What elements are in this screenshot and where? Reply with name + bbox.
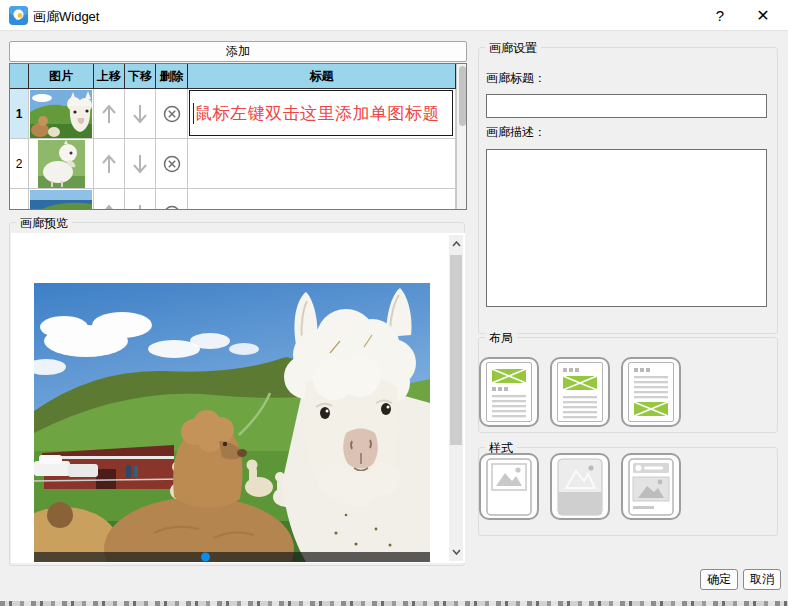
style-option-filled[interactable] <box>550 453 610 520</box>
arrow-up-icon <box>94 189 124 210</box>
layout-image-middle-icon <box>560 365 600 419</box>
row-index-cell[interactable]: 2 <box>10 139 29 189</box>
gallery-widget-dialog: 画廊Widget ? ✕ 添加 图片 上移 下移 删除 标题 1 <box>0 0 788 606</box>
style-card-icon <box>486 458 532 516</box>
settings-groupbox: 画廊设置 画廊标题： 画廊描述： <box>478 47 778 334</box>
column-header-move-down: 下移 <box>125 64 156 89</box>
app-icon <box>9 6 28 25</box>
preview-scrollbar-thumb[interactable] <box>450 255 462 445</box>
column-header-move-up: 上移 <box>94 64 125 89</box>
arrow-up-icon <box>94 139 124 188</box>
column-header-image: 图片 <box>29 64 94 89</box>
move-down-button[interactable] <box>125 139 156 189</box>
arrow-up-icon <box>94 89 124 138</box>
arrow-down-icon <box>125 189 155 210</box>
title-cell[interactable]: 鼠标左键双击这里添加单图标题 <box>188 89 456 139</box>
row-thumbnail[interactable] <box>30 190 92 210</box>
delete-button[interactable] <box>156 189 188 210</box>
delete-button[interactable] <box>156 89 188 139</box>
row-thumbnail[interactable] <box>30 90 92 138</box>
row-image-cell[interactable] <box>29 139 94 189</box>
table-scrollbar-thumb[interactable] <box>459 66 466 126</box>
table-scrollbar[interactable] <box>456 64 467 209</box>
gallery-title-input[interactable] <box>486 94 767 118</box>
arrow-down-icon <box>125 89 155 138</box>
pagination-bar <box>34 552 430 562</box>
cancel-button[interactable]: 取消 <box>743 569 781 590</box>
style-option-post[interactable] <box>621 453 681 520</box>
gallery-table: 图片 上移 下移 删除 标题 1 <box>9 63 467 210</box>
delete-icon <box>156 189 187 210</box>
preview-groupbox: 画廊预览 <box>9 222 465 566</box>
preview-photo <box>34 283 430 562</box>
settings-group-label: 画廊设置 <box>485 40 541 57</box>
white-alpaca <box>282 288 430 562</box>
move-up-button[interactable] <box>94 189 125 210</box>
scroll-down-button[interactable] <box>451 547 461 557</box>
title-cell[interactable] <box>188 139 456 189</box>
row-index-cell[interactable]: 1 <box>10 89 29 139</box>
move-down-button[interactable] <box>125 189 156 210</box>
bottom-edge-artifact <box>0 601 788 606</box>
delete-icon <box>156 139 187 188</box>
layout-image-bottom-icon <box>631 365 671 419</box>
style-post-icon <box>628 458 674 516</box>
row-image-cell[interactable] <box>29 89 94 139</box>
layout-group-label: 布局 <box>485 330 517 347</box>
close-button[interactable]: ✕ <box>748 5 778 27</box>
title-editor[interactable]: 鼠标左键双击这里添加单图标题 <box>189 90 453 136</box>
move-up-button[interactable] <box>94 139 125 189</box>
row-index-cell[interactable]: 3 <box>10 189 29 210</box>
chevron-down-icon <box>452 549 461 555</box>
layout-image-top-icon <box>489 365 529 419</box>
title-cell[interactable] <box>188 189 456 210</box>
delete-icon <box>156 89 187 138</box>
pagination-dot[interactable] <box>201 553 210 562</box>
row-thumbnail[interactable] <box>38 140 85 188</box>
style-groupbox: 样式 <box>478 447 778 536</box>
preview-group-label: 画廊预览 <box>16 215 72 232</box>
help-button[interactable]: ? <box>705 5 735 27</box>
scroll-up-button[interactable] <box>451 239 461 249</box>
style-filled-icon <box>557 458 603 516</box>
window-titlebar: 画廊Widget ? ✕ <box>0 0 788 31</box>
gallery-title-label: 画廊标题： <box>486 70 546 87</box>
layout-option-image-middle[interactable] <box>550 357 610 427</box>
arrow-down-icon <box>125 139 155 188</box>
gallery-description-label: 画廊描述： <box>486 124 546 141</box>
row-image-cell[interactable] <box>29 189 94 210</box>
window-title: 画廊Widget <box>33 8 99 26</box>
style-option-card[interactable] <box>479 453 539 520</box>
move-down-button[interactable] <box>125 89 156 139</box>
column-header-delete: 删除 <box>156 64 188 89</box>
add-button[interactable]: 添加 <box>9 41 467 62</box>
text-cursor <box>193 103 194 124</box>
ok-button[interactable]: 确定 <box>700 569 738 590</box>
chevron-up-icon <box>452 241 461 247</box>
column-header-title: 标题 <box>188 64 456 89</box>
layout-option-image-top[interactable] <box>479 357 539 427</box>
move-up-button[interactable] <box>94 89 125 139</box>
layout-groupbox: 布局 <box>478 337 778 433</box>
gallery-description-textarea[interactable] <box>486 149 767 307</box>
layout-option-image-bottom[interactable] <box>621 357 681 427</box>
preview-panel <box>11 233 465 563</box>
preview-scrollbar[interactable] <box>449 235 463 561</box>
title-placeholder-text: 鼠标左键双击这里添加单图标题 <box>195 102 440 125</box>
column-header-index <box>10 64 29 89</box>
delete-button[interactable] <box>156 139 188 189</box>
